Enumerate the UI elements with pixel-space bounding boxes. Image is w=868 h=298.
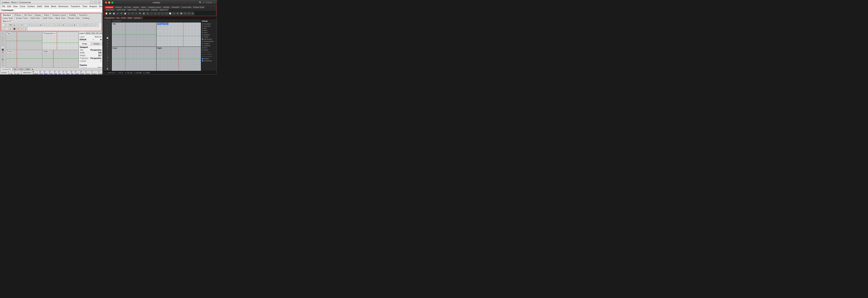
mac-tab-curve-tools[interactable]: Curve Tools: [181, 6, 192, 8]
minimize-button[interactable]: −: [90, 1, 93, 4]
tb-circle[interactable]: ○: [91, 23, 95, 27]
tool-text[interactable]: T: [1, 56, 5, 58]
mac-vp-front[interactable]: Front: [112, 47, 156, 71]
mac-tab-select[interactable]: Select: [140, 6, 147, 8]
menu-transform[interactable]: Transform: [70, 5, 81, 7]
mac-status-menu[interactable]: ≡: [105, 71, 106, 74]
tab-subd-tools[interactable]: SubD Tools: [41, 17, 54, 20]
tb-render-icon[interactable]: 🎨: [17, 27, 20, 31]
status-snap-int[interactable]: ☑ Int: [62, 71, 64, 75]
mac-tb-paste[interactable]: 📋: [123, 12, 127, 15]
tab-transform[interactable]: Transform: [78, 13, 89, 17]
mac-tool-surface[interactable]: ⬜: [104, 37, 111, 39]
mac-vp-tab-top[interactable]: Top: [115, 17, 120, 19]
menu-tools[interactable]: Tools: [82, 5, 88, 7]
menu-curve[interactable]: Curve: [19, 5, 26, 7]
command-input[interactable]: [14, 9, 101, 12]
tb-print[interactable]: 🖨: [12, 23, 16, 27]
menu-mesh[interactable]: Mesh: [50, 5, 57, 7]
mac-tb-cut[interactable]: ✂: [116, 12, 120, 15]
mac-tb-open[interactable]: 📂: [108, 12, 112, 15]
close-button[interactable]: ✕: [98, 1, 101, 4]
mac-search-icon[interactable]: 🔍: [199, 1, 202, 4]
snap-on-surface[interactable]: On surface: [202, 53, 216, 55]
tab-set-view[interactable]: Set View: [23, 13, 33, 17]
mac-tab-new-in-v7[interactable]: New in V7: [159, 9, 169, 11]
tab-new-in-v7[interactable]: New in V7: [1, 20, 13, 23]
mac-tool-rect[interactable]: □: [104, 34, 111, 36]
tb-select-all[interactable]: ⊞: [39, 23, 42, 27]
status-snap-tan[interactable]: ☑ Tan: [70, 71, 73, 75]
snap-near[interactable]: Near: [202, 29, 216, 32]
mac-tb-snap-settings[interactable]: ⊕: [191, 12, 194, 15]
mac-fullscreen-dot[interactable]: [112, 2, 113, 4]
status-snap-project[interactable]: ☐ Project: [91, 71, 97, 75]
tool-mesh[interactable]: ⊞: [1, 51, 5, 53]
mac-tb-pan[interactable]: ✋: [142, 12, 146, 15]
tb-cylinder[interactable]: ⬛: [12, 27, 16, 31]
mac-tb-copy[interactable]: ⧉: [120, 12, 123, 15]
mac-filter-icon[interactable]: ⚙: [203, 1, 205, 4]
panel-tab-layers[interactable]: Layers: [79, 32, 86, 34]
mac-tool-render[interactable]: 🎨: [104, 68, 111, 70]
mac-tool-join[interactable]: ⛓: [104, 56, 111, 59]
status-snap-perp[interactable]: ☑ Perp: [66, 71, 69, 75]
mac-tb-zoom[interactable]: 🔍: [138, 12, 142, 15]
tb-save[interactable]: 💾: [9, 23, 12, 27]
tab-solid-tools[interactable]: Solid Tools: [29, 17, 41, 20]
tab-surface-tools[interactable]: Surface Tools: [14, 17, 29, 20]
vp-tab-front[interactable]: Front: [18, 68, 25, 70]
menu-analyze[interactable]: Analyze: [89, 5, 98, 7]
tab-visibility[interactable]: Visibility: [68, 13, 77, 17]
tb-move[interactable]: ✥: [61, 23, 65, 27]
tool-fillet[interactable]: ⌒: [1, 65, 5, 68]
mac-tab-visibility[interactable]: Visibility: [162, 6, 170, 8]
tool-extend[interactable]: ↔: [1, 63, 5, 65]
menu-subd[interactable]: SubD: [36, 5, 43, 7]
mac-tab-surface-tools[interactable]: Surface Tools: [192, 6, 205, 8]
tab-display-props[interactable]: Display: [91, 42, 102, 45]
menu-solid[interactable]: Solid: [43, 5, 50, 7]
snap-persistent[interactable]: Persistent: [202, 23, 216, 25]
mac-tool-select[interactable]: ↖: [104, 20, 111, 22]
panel-tab-help[interactable]: Help: [99, 32, 102, 34]
viewport-perspective[interactable]: Perspective ▾: [42, 32, 79, 50]
tool-trim[interactable]: ✂: [1, 61, 5, 63]
mac-tb-select[interactable]: ↖: [135, 12, 138, 15]
vp-tab-expand[interactable]: ▶: [31, 68, 34, 70]
mac-panel-toggle[interactable]: ≡: [214, 1, 215, 4]
mac-tool-boolean[interactable]: ⊕: [104, 59, 111, 62]
mac-tb-surface[interactable]: ⬜: [168, 12, 172, 15]
tb-array[interactable]: ⊞: [72, 23, 76, 27]
tb-undo[interactable]: ↩: [31, 23, 35, 27]
snap-perpendicular[interactable]: Perpendicular: [202, 40, 216, 42]
mac-tool-move[interactable]: ✥: [104, 45, 111, 48]
mac-tab-transform[interactable]: Transform: [170, 6, 181, 8]
snap-one-shot[interactable]: One shot: [202, 25, 216, 27]
tool-rectangle[interactable]: □: [1, 44, 5, 46]
snap-point[interactable]: Point: [202, 32, 216, 34]
mac-tb-curve[interactable]: ∿: [157, 12, 161, 15]
tab-select[interactable]: Select: [42, 13, 51, 17]
vp-tab-top[interactable]: Top: [12, 68, 18, 70]
tb-mirror[interactable]: ⇔: [69, 23, 72, 27]
mac-tool-mesh[interactable]: ⊞: [104, 42, 111, 45]
mac-tb-rotate-view[interactable]: ↻: [146, 12, 149, 15]
tab-curve-tools[interactable]: Curve Tools: [1, 17, 14, 20]
snap-quadrant[interactable]: Quadrant: [202, 44, 216, 47]
panel-tab-libraries[interactable]: Lib.: [96, 32, 100, 34]
tool-curve[interactable]: ∿: [1, 39, 5, 41]
mac-tab-mesh-tools[interactable]: Mesh Tools: [127, 9, 137, 11]
mac-vp-tab-front[interactable]: Front: [120, 17, 127, 19]
menu-dimension[interactable]: Dimension: [58, 5, 69, 7]
mac-tool-layer[interactable]: ≡: [104, 65, 111, 67]
tb-open[interactable]: 📂: [5, 23, 9, 27]
mac-tb-boolean[interactable]: ⊕: [176, 12, 179, 15]
tb-zoom-in[interactable]: +: [46, 23, 50, 27]
status-snap-mid[interactable]: ☑ Mid: [54, 71, 57, 75]
mac-vp-tab-right[interactable]: Right: [127, 17, 133, 19]
mac-tb-undo[interactable]: ↩: [127, 12, 131, 15]
tb-new[interactable]: 📄: [1, 23, 5, 27]
mac-tab-solid-tools[interactable]: Solid Tools: [105, 9, 115, 11]
mac-tool-trim[interactable]: ✂: [104, 54, 111, 56]
